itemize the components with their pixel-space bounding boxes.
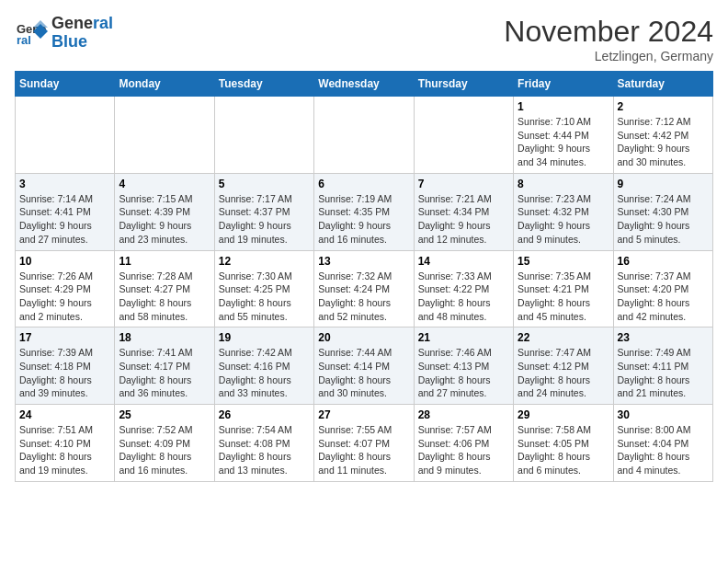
day-number: 22 [518, 331, 609, 344]
day-info: Sunrise: 7:28 AM Sunset: 4:27 PM Dayligh… [119, 270, 210, 324]
day-number: 10 [19, 255, 110, 268]
calendar-cell: 1Sunrise: 7:10 AM Sunset: 4:44 PM Daylig… [514, 97, 613, 174]
day-number: 16 [618, 255, 709, 268]
day-number: 20 [318, 331, 409, 344]
calendar-cell: 27Sunrise: 7:55 AM Sunset: 4:07 PM Dayli… [314, 405, 414, 482]
calendar-week-row: 1Sunrise: 7:10 AM Sunset: 4:44 PM Daylig… [16, 97, 713, 174]
day-number: 7 [418, 178, 509, 190]
calendar-cell: 28Sunrise: 7:57 AM Sunset: 4:06 PM Dayli… [414, 405, 513, 482]
calendar-week-row: 17Sunrise: 7:39 AM Sunset: 4:18 PM Dayli… [16, 327, 713, 405]
calendar-cell: 20Sunrise: 7:44 AM Sunset: 4:14 PM Dayli… [314, 327, 414, 405]
day-info: Sunrise: 7:19 AM Sunset: 4:35 PM Dayligh… [318, 192, 409, 247]
calendar-cell: 12Sunrise: 7:30 AM Sunset: 4:25 PM Dayli… [214, 250, 313, 327]
day-number: 2 [618, 100, 709, 113]
calendar-cell: 4Sunrise: 7:15 AM Sunset: 4:39 PM Daylig… [115, 173, 214, 250]
day-info: Sunrise: 7:23 AM Sunset: 4:32 PM Dayligh… [518, 192, 609, 247]
day-number: 17 [19, 331, 110, 344]
day-number: 13 [318, 255, 409, 268]
title-section: November 2024 Letzlingen, Germany [504, 15, 713, 63]
logo-icon: Gene ral [15, 17, 48, 50]
day-info: Sunrise: 7:51 AM Sunset: 4:10 PM Dayligh… [19, 423, 110, 477]
day-info: Sunrise: 7:47 AM Sunset: 4:12 PM Dayligh… [518, 346, 609, 400]
day-info: Sunrise: 7:37 AM Sunset: 4:20 PM Dayligh… [618, 270, 709, 324]
calendar-week-row: 10Sunrise: 7:26 AM Sunset: 4:29 PM Dayli… [16, 250, 713, 327]
calendar-cell [314, 97, 414, 174]
day-number: 23 [618, 331, 709, 344]
weekday-header-sunday: Sunday [16, 72, 115, 97]
calendar-header-row: SundayMondayTuesdayWednesdayThursdayFrid… [16, 72, 713, 97]
day-info: Sunrise: 7:42 AM Sunset: 4:16 PM Dayligh… [219, 346, 310, 400]
calendar-cell: 18Sunrise: 7:41 AM Sunset: 4:17 PM Dayli… [115, 327, 214, 405]
weekday-header-thursday: Thursday [414, 72, 513, 97]
weekday-header-friday: Friday [514, 72, 613, 97]
calendar-cell: 2Sunrise: 7:12 AM Sunset: 4:42 PM Daylig… [613, 97, 712, 174]
calendar-cell: 22Sunrise: 7:47 AM Sunset: 4:12 PM Dayli… [514, 327, 613, 405]
day-info: Sunrise: 7:52 AM Sunset: 4:09 PM Dayligh… [119, 423, 210, 477]
calendar-table: SundayMondayTuesdayWednesdayThursdayFrid… [15, 71, 713, 482]
day-number: 30 [618, 408, 709, 421]
day-info: Sunrise: 7:55 AM Sunset: 4:07 PM Dayligh… [318, 423, 409, 477]
weekday-header-saturday: Saturday [613, 72, 712, 97]
calendar-cell: 14Sunrise: 7:33 AM Sunset: 4:22 PM Dayli… [414, 250, 513, 327]
svg-text:ral: ral [17, 33, 31, 47]
day-number: 28 [418, 408, 509, 421]
day-info: Sunrise: 7:32 AM Sunset: 4:24 PM Dayligh… [318, 270, 409, 324]
day-info: Sunrise: 7:39 AM Sunset: 4:18 PM Dayligh… [19, 346, 110, 400]
day-info: Sunrise: 7:54 AM Sunset: 4:08 PM Dayligh… [219, 423, 310, 477]
day-info: Sunrise: 7:46 AM Sunset: 4:13 PM Dayligh… [418, 346, 509, 400]
day-number: 11 [119, 255, 210, 268]
day-info: Sunrise: 8:00 AM Sunset: 4:04 PM Dayligh… [618, 423, 709, 477]
calendar-cell: 13Sunrise: 7:32 AM Sunset: 4:24 PM Dayli… [314, 250, 414, 327]
day-info: Sunrise: 7:57 AM Sunset: 4:06 PM Dayligh… [418, 423, 509, 477]
day-number: 5 [219, 178, 310, 190]
day-number: 19 [219, 331, 310, 344]
month-title: November 2024 [504, 15, 713, 49]
day-number: 24 [19, 408, 110, 421]
day-info: Sunrise: 7:49 AM Sunset: 4:11 PM Dayligh… [618, 346, 709, 400]
calendar-cell: 26Sunrise: 7:54 AM Sunset: 4:08 PM Dayli… [214, 405, 313, 482]
day-info: Sunrise: 7:30 AM Sunset: 4:25 PM Dayligh… [219, 270, 310, 324]
calendar-cell: 11Sunrise: 7:28 AM Sunset: 4:27 PM Dayli… [115, 250, 214, 327]
day-info: Sunrise: 7:17 AM Sunset: 4:37 PM Dayligh… [219, 192, 310, 247]
day-number: 25 [119, 408, 210, 421]
calendar-cell [16, 97, 115, 174]
calendar-cell [115, 97, 214, 174]
calendar-cell: 10Sunrise: 7:26 AM Sunset: 4:29 PM Dayli… [16, 250, 115, 327]
day-number: 8 [518, 178, 609, 190]
day-info: Sunrise: 7:14 AM Sunset: 4:41 PM Dayligh… [19, 192, 110, 247]
page-header: Gene ral General Blue November 2024 Letz… [15, 15, 713, 63]
day-number: 18 [119, 331, 210, 344]
day-number: 27 [318, 408, 409, 421]
calendar-week-row: 3Sunrise: 7:14 AM Sunset: 4:41 PM Daylig… [16, 173, 713, 250]
weekday-header-monday: Monday [115, 72, 214, 97]
day-info: Sunrise: 7:41 AM Sunset: 4:17 PM Dayligh… [119, 346, 210, 400]
day-info: Sunrise: 7:33 AM Sunset: 4:22 PM Dayligh… [418, 270, 509, 324]
day-number: 1 [518, 100, 609, 113]
calendar-week-row: 24Sunrise: 7:51 AM Sunset: 4:10 PM Dayli… [16, 405, 713, 482]
day-info: Sunrise: 7:15 AM Sunset: 4:39 PM Dayligh… [119, 192, 210, 247]
calendar-cell: 9Sunrise: 7:24 AM Sunset: 4:30 PM Daylig… [613, 173, 712, 250]
calendar-cell: 24Sunrise: 7:51 AM Sunset: 4:10 PM Dayli… [16, 405, 115, 482]
day-info: Sunrise: 7:26 AM Sunset: 4:29 PM Dayligh… [19, 270, 110, 324]
calendar-cell: 16Sunrise: 7:37 AM Sunset: 4:20 PM Dayli… [613, 250, 712, 327]
day-number: 29 [518, 408, 609, 421]
day-number: 14 [418, 255, 509, 268]
calendar-cell: 3Sunrise: 7:14 AM Sunset: 4:41 PM Daylig… [16, 173, 115, 250]
calendar-cell: 5Sunrise: 7:17 AM Sunset: 4:37 PM Daylig… [214, 173, 313, 250]
day-number: 3 [19, 178, 110, 190]
calendar-cell: 19Sunrise: 7:42 AM Sunset: 4:16 PM Dayli… [214, 327, 313, 405]
day-info: Sunrise: 7:24 AM Sunset: 4:30 PM Dayligh… [618, 192, 709, 247]
calendar-cell: 17Sunrise: 7:39 AM Sunset: 4:18 PM Dayli… [16, 327, 115, 405]
day-info: Sunrise: 7:12 AM Sunset: 4:42 PM Dayligh… [618, 115, 709, 169]
calendar-cell: 30Sunrise: 8:00 AM Sunset: 4:04 PM Dayli… [613, 405, 712, 482]
calendar-cell: 15Sunrise: 7:35 AM Sunset: 4:21 PM Dayli… [514, 250, 613, 327]
calendar-cell: 7Sunrise: 7:21 AM Sunset: 4:34 PM Daylig… [414, 173, 513, 250]
day-number: 21 [418, 331, 509, 344]
day-number: 26 [219, 408, 310, 421]
day-info: Sunrise: 7:35 AM Sunset: 4:21 PM Dayligh… [518, 270, 609, 324]
day-number: 9 [618, 178, 709, 190]
day-number: 4 [119, 178, 210, 190]
day-info: Sunrise: 7:21 AM Sunset: 4:34 PM Dayligh… [418, 192, 509, 247]
location: Letzlingen, Germany [504, 49, 713, 63]
calendar-cell [214, 97, 313, 174]
